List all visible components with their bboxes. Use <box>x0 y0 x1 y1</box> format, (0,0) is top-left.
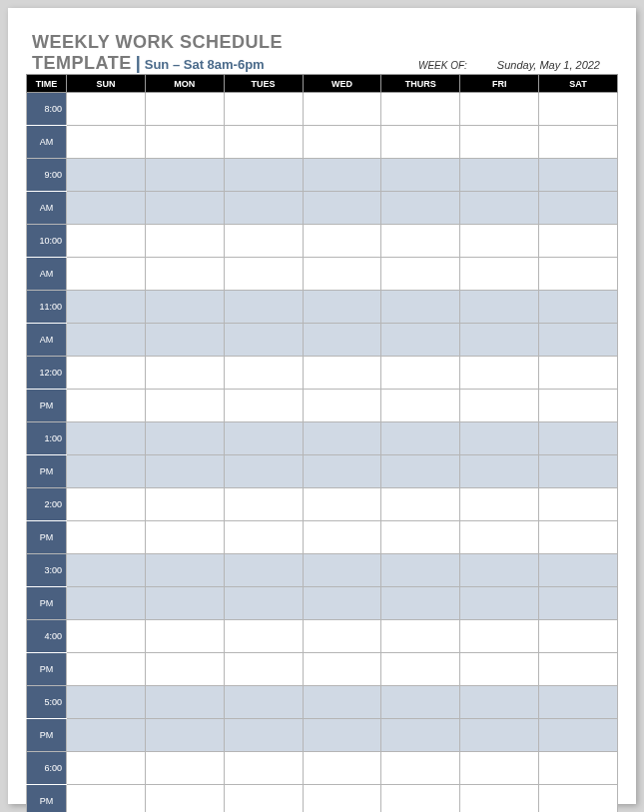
schedule-cell[interactable] <box>381 455 460 488</box>
schedule-cell[interactable] <box>381 192 460 225</box>
schedule-cell[interactable] <box>460 126 539 159</box>
schedule-cell[interactable] <box>381 225 460 258</box>
schedule-cell[interactable] <box>460 587 539 620</box>
schedule-cell[interactable] <box>381 719 460 752</box>
schedule-cell[interactable] <box>145 488 224 521</box>
schedule-cell[interactable] <box>460 422 539 455</box>
schedule-cell[interactable] <box>303 390 381 422</box>
schedule-cell[interactable] <box>67 488 146 521</box>
schedule-cell[interactable] <box>539 620 618 653</box>
schedule-cell[interactable] <box>460 653 539 686</box>
schedule-cell[interactable] <box>381 324 460 357</box>
schedule-cell[interactable] <box>145 719 224 752</box>
schedule-cell[interactable] <box>539 587 618 620</box>
schedule-cell[interactable] <box>460 455 539 488</box>
schedule-cell[interactable] <box>539 390 618 422</box>
schedule-cell[interactable] <box>460 357 539 390</box>
schedule-cell[interactable] <box>460 390 539 422</box>
schedule-cell[interactable] <box>67 587 146 620</box>
schedule-cell[interactable] <box>460 554 539 587</box>
schedule-cell[interactable] <box>224 686 303 719</box>
schedule-cell[interactable] <box>303 422 381 455</box>
schedule-cell[interactable] <box>381 521 460 554</box>
schedule-cell[interactable] <box>460 521 539 554</box>
schedule-cell[interactable] <box>381 422 460 455</box>
schedule-cell[interactable] <box>539 455 618 488</box>
schedule-cell[interactable] <box>145 455 224 488</box>
schedule-cell[interactable] <box>67 390 146 422</box>
schedule-cell[interactable] <box>303 324 381 357</box>
schedule-cell[interactable] <box>67 357 146 390</box>
schedule-cell[interactable] <box>303 785 381 813</box>
schedule-cell[interactable] <box>460 93 539 126</box>
schedule-cell[interactable] <box>67 159 146 192</box>
schedule-cell[interactable] <box>381 488 460 521</box>
schedule-cell[interactable] <box>303 225 381 258</box>
schedule-cell[interactable] <box>460 324 539 357</box>
schedule-cell[interactable] <box>460 719 539 752</box>
schedule-cell[interactable] <box>460 488 539 521</box>
schedule-cell[interactable] <box>67 324 146 357</box>
schedule-cell[interactable] <box>539 225 618 258</box>
schedule-cell[interactable] <box>67 126 146 159</box>
schedule-cell[interactable] <box>539 324 618 357</box>
schedule-cell[interactable] <box>460 258 539 291</box>
schedule-cell[interactable] <box>381 126 460 159</box>
schedule-cell[interactable] <box>460 620 539 653</box>
schedule-cell[interactable] <box>460 225 539 258</box>
schedule-cell[interactable] <box>303 258 381 291</box>
schedule-cell[interactable] <box>224 653 303 686</box>
schedule-cell[interactable] <box>67 653 146 686</box>
schedule-cell[interactable] <box>67 225 146 258</box>
schedule-cell[interactable] <box>67 258 146 291</box>
schedule-cell[interactable] <box>145 159 224 192</box>
schedule-cell[interactable] <box>460 785 539 813</box>
schedule-cell[interactable] <box>145 653 224 686</box>
schedule-cell[interactable] <box>381 653 460 686</box>
schedule-cell[interactable] <box>381 93 460 126</box>
schedule-cell[interactable] <box>303 653 381 686</box>
schedule-cell[interactable] <box>303 521 381 554</box>
schedule-cell[interactable] <box>145 521 224 554</box>
schedule-cell[interactable] <box>539 93 618 126</box>
schedule-cell[interactable] <box>539 752 618 785</box>
schedule-cell[interactable] <box>539 159 618 192</box>
schedule-cell[interactable] <box>224 258 303 291</box>
schedule-cell[interactable] <box>303 587 381 620</box>
schedule-cell[interactable] <box>224 620 303 653</box>
schedule-cell[interactable] <box>145 752 224 785</box>
schedule-cell[interactable] <box>539 258 618 291</box>
schedule-cell[interactable] <box>145 324 224 357</box>
schedule-cell[interactable] <box>224 225 303 258</box>
schedule-cell[interactable] <box>224 422 303 455</box>
schedule-cell[interactable] <box>145 422 224 455</box>
schedule-cell[interactable] <box>381 752 460 785</box>
schedule-cell[interactable] <box>67 686 146 719</box>
schedule-cell[interactable] <box>539 719 618 752</box>
schedule-cell[interactable] <box>539 686 618 719</box>
schedule-cell[interactable] <box>303 159 381 192</box>
schedule-cell[interactable] <box>224 93 303 126</box>
schedule-cell[interactable] <box>67 719 146 752</box>
schedule-cell[interactable] <box>381 785 460 813</box>
schedule-cell[interactable] <box>381 390 460 422</box>
schedule-cell[interactable] <box>460 192 539 225</box>
schedule-cell[interactable] <box>224 159 303 192</box>
schedule-cell[interactable] <box>67 554 146 587</box>
schedule-cell[interactable] <box>303 554 381 587</box>
schedule-cell[interactable] <box>224 785 303 813</box>
schedule-cell[interactable] <box>381 159 460 192</box>
schedule-cell[interactable] <box>303 192 381 225</box>
schedule-cell[interactable] <box>67 785 146 813</box>
schedule-cell[interactable] <box>145 258 224 291</box>
schedule-cell[interactable] <box>539 422 618 455</box>
schedule-cell[interactable] <box>303 455 381 488</box>
schedule-cell[interactable] <box>381 686 460 719</box>
schedule-cell[interactable] <box>460 291 539 324</box>
schedule-cell[interactable] <box>145 554 224 587</box>
schedule-cell[interactable] <box>381 258 460 291</box>
schedule-cell[interactable] <box>145 390 224 422</box>
schedule-cell[interactable] <box>539 488 618 521</box>
schedule-cell[interactable] <box>145 620 224 653</box>
schedule-cell[interactable] <box>460 686 539 719</box>
